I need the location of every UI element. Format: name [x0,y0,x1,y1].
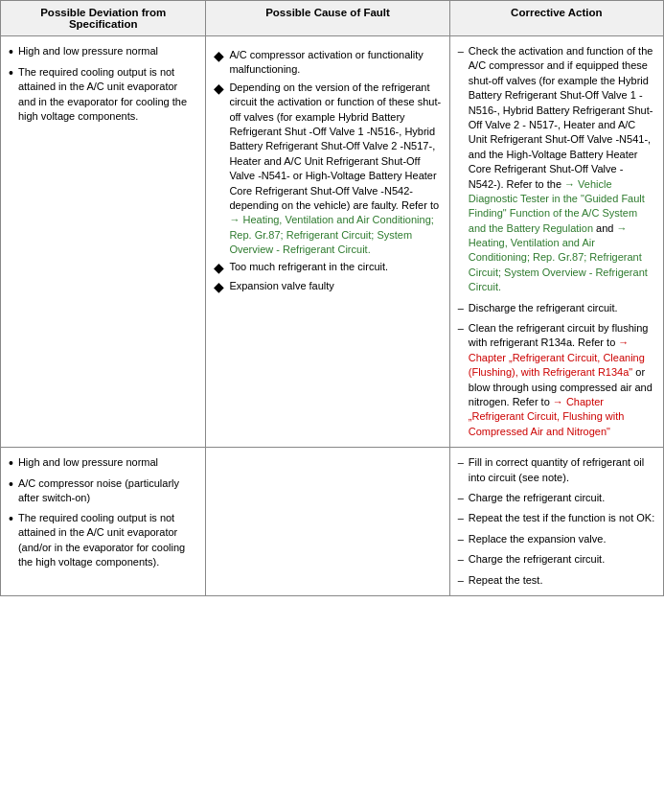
list-item: ◆ Too much refrigerant in the circuit. [214,260,441,276]
table-row: • High and low pressure normal • The req… [1,36,663,448]
bullet-icon: • [9,65,13,81]
list-item: – Discharge the refrigerant circuit. [458,301,655,315]
row2-col1: • High and low pressure normal • A/C com… [1,448,206,595]
list-item: – Clean the refrigerant circuit by flush… [458,321,655,439]
row1-col1: • High and low pressure normal • The req… [1,36,206,447]
bullet-icon: • [9,476,13,493]
row1-col3: – Check the activation and function of t… [450,36,663,447]
dash-icon: – [458,573,464,588]
list-item: ◆ Depending on the version of the refrig… [214,81,441,258]
list-item: • The required cooling output is not att… [9,65,197,125]
list-item: – Replace the expansion valve. [458,532,655,546]
list-item: – Fill in correct quantity of refrigeran… [458,455,655,485]
fault-table: Possible Deviation from Specification Po… [0,0,664,596]
bullet-icon: ◆ [214,81,224,97]
list-item: – Charge the refrigerant circuit. [458,552,655,567]
table-row: • High and low pressure normal • A/C com… [1,448,663,595]
bullet-icon: • [9,511,13,527]
dash-icon: – [458,491,464,505]
list-item: • High and low pressure normal [9,44,197,60]
row1-col2: ◆ A/C compressor activation or functiona… [206,36,449,447]
dash-icon: – [458,455,464,470]
list-item: – Check the activation and function of t… [458,44,655,295]
list-item: • A/C compressor noise (particularly aft… [9,476,197,506]
row2-col2 [206,448,449,595]
dash-icon: – [458,301,464,315]
bullet-icon: ◆ [214,48,224,64]
bullet-icon: • [9,455,13,472]
row2-col3: – Fill in correct quantity of refrigeran… [450,448,663,595]
dash-icon: – [458,511,464,525]
table-header: Possible Deviation from Specification Po… [1,1,663,36]
list-item: • The required cooling output is not att… [9,511,197,570]
bullet-icon: ◆ [214,260,224,276]
header-col3: Corrective Action [450,1,663,35]
list-item: ◆ A/C compressor activation or functiona… [214,48,441,78]
list-item: ◆ Expansion valve faulty [214,279,441,295]
dash-icon: – [458,552,464,567]
bullet-icon: • [9,44,13,60]
list-item: – Charge the refrigerant circuit. [458,491,655,505]
dash-icon: – [458,321,464,336]
list-item: • High and low pressure normal [9,455,197,472]
dash-icon: – [458,532,464,546]
header-col2: Possible Cause of Fault [206,1,449,35]
bullet-icon: ◆ [214,279,224,295]
dash-icon: – [458,44,464,58]
header-col1: Possible Deviation from Specification [1,1,206,35]
list-item: – Repeat the test. [458,573,655,588]
list-item: – Repeat the test if the function is not… [458,511,655,525]
